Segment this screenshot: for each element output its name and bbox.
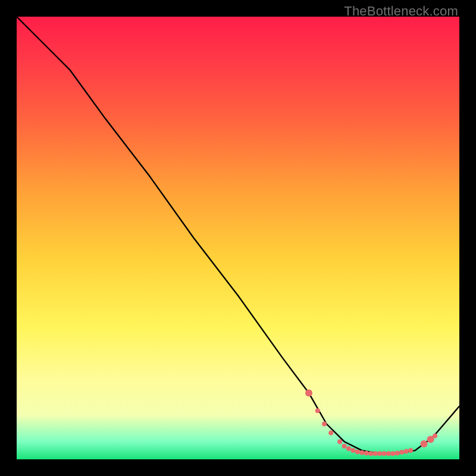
marker-dot bbox=[355, 449, 360, 454]
marker-dot bbox=[377, 451, 382, 456]
marker-dot bbox=[305, 389, 312, 396]
marker-dot bbox=[382, 451, 387, 456]
marker-dot bbox=[404, 449, 409, 454]
marker-dot bbox=[364, 451, 369, 456]
marker-dot bbox=[421, 440, 428, 447]
marker-dot bbox=[350, 448, 355, 453]
marker-dot bbox=[368, 451, 373, 456]
marker-dot bbox=[373, 451, 378, 456]
marker-dot bbox=[322, 422, 327, 427]
marker-dot bbox=[390, 451, 395, 456]
plot-area bbox=[17, 17, 459, 459]
marker-dot bbox=[399, 450, 404, 455]
chart-svg bbox=[17, 17, 459, 459]
marker-dot bbox=[328, 430, 333, 435]
curve-line bbox=[17, 17, 459, 453]
marker-dot bbox=[315, 408, 320, 413]
chart-frame: TheBottleneck.com bbox=[0, 0, 476, 476]
marker-dot bbox=[359, 450, 364, 455]
marker-dot bbox=[433, 434, 437, 439]
marker-dots bbox=[305, 389, 437, 456]
marker-dot bbox=[386, 451, 391, 456]
marker-dot bbox=[337, 439, 342, 444]
marker-dot bbox=[342, 444, 347, 449]
marker-dot bbox=[395, 451, 400, 456]
marker-dot bbox=[408, 448, 413, 453]
marker-dot bbox=[346, 446, 351, 451]
